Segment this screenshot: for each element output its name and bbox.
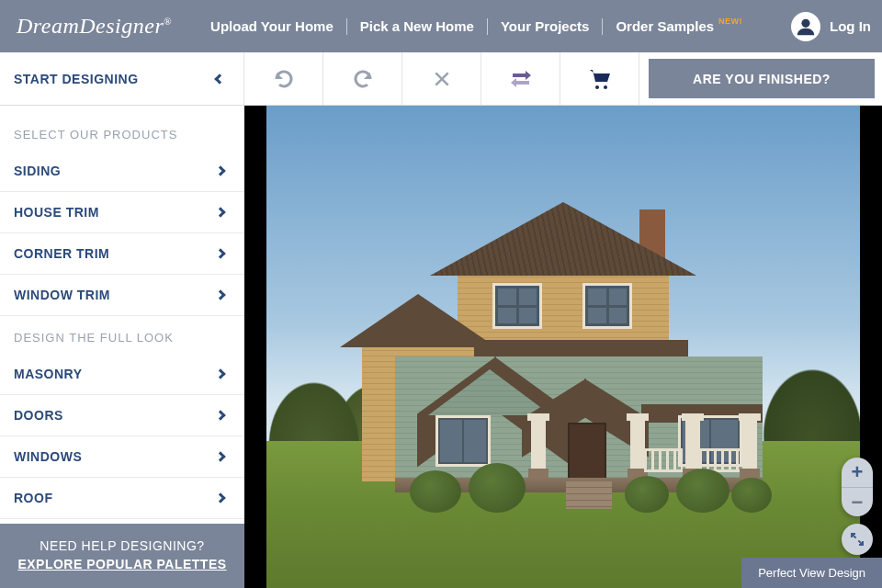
main-area: SELECT OUR PRODUCTS SIDING HOUSE TRIM CO… <box>0 106 882 588</box>
redo-button[interactable] <box>323 52 402 105</box>
chevron-right-icon <box>215 165 225 175</box>
account-area: Log In <box>791 12 871 41</box>
brand-logo[interactable]: DreamDesigner® <box>17 14 172 39</box>
sidebar-item-window-trim[interactable]: WINDOW TRIM <box>0 275 244 316</box>
svg-point-4 <box>604 85 607 89</box>
section-header-full-look: DESIGN THE FULL LOOK <box>0 316 244 354</box>
chevron-right-icon <box>215 492 225 503</box>
nav-your-projects[interactable]: Your Projects <box>488 0 602 52</box>
zoom-in-button[interactable]: + <box>842 458 873 487</box>
cart-button[interactable] <box>560 52 639 105</box>
expand-icon <box>850 532 865 547</box>
nav-order-samples-label: Order Samples <box>616 18 714 34</box>
house-rendering <box>266 106 860 588</box>
login-link[interactable]: Log In <box>830 18 871 34</box>
sidebar-item-house-trim[interactable]: HOUSE TRIM <box>0 192 244 233</box>
undo-button[interactable] <box>244 52 323 105</box>
svg-point-0 <box>801 18 809 27</box>
top-navigation: DreamDesigner® Upload Your Home Pick a N… <box>0 0 882 52</box>
sidebar-item-label: HOUSE TRIM <box>14 205 99 220</box>
zoom-controls: + − <box>842 458 873 516</box>
explore-palettes-link[interactable]: EXPLORE POPULAR PALETTES <box>0 557 244 571</box>
sidebar-item-label: WINDOW TRIM <box>14 288 110 302</box>
sidebar: SELECT OUR PRODUCTS SIDING HOUSE TRIM CO… <box>0 106 244 588</box>
chevron-left-icon <box>214 74 224 84</box>
nav-order-samples[interactable]: Order Samples NEW! <box>603 0 755 52</box>
nav-pick-home[interactable]: Pick a New Home <box>347 0 487 52</box>
undo-icon <box>273 68 295 90</box>
sidebar-item-siding[interactable]: SIDING <box>0 151 244 192</box>
action-toolbar: START DESIGNING ARE YOU FINISHED? <box>0 52 882 106</box>
chevron-right-icon <box>215 410 225 420</box>
finish-button[interactable]: ARE YOU FINISHED? <box>649 59 875 98</box>
design-canvas[interactable]: + − Perfect View Design <box>244 106 882 588</box>
perfect-view-button[interactable]: Perfect View Design <box>741 558 882 588</box>
start-designing-button[interactable]: START DESIGNING <box>0 52 244 105</box>
sidebar-item-label: MASONRY <box>14 367 83 381</box>
sidebar-item-roof[interactable]: ROOF <box>0 478 244 519</box>
avatar-icon[interactable] <box>791 12 820 41</box>
sidebar-item-label: SIDING <box>14 164 61 178</box>
sidebar-item-doors[interactable]: DOORS <box>0 395 244 436</box>
sidebar-item-label: ROOF <box>14 491 52 505</box>
new-badge: NEW! <box>718 17 742 26</box>
sidebar-item-masonry[interactable]: MASONRY <box>0 354 244 395</box>
redo-icon <box>352 68 374 90</box>
chevron-right-icon <box>215 289 225 300</box>
help-question: NEED HELP DESIGNING? <box>0 538 244 553</box>
chevron-right-icon <box>215 368 225 379</box>
swap-button[interactable] <box>481 52 560 105</box>
close-button[interactable] <box>402 52 481 105</box>
sidebar-item-corner-trim[interactable]: CORNER TRIM <box>0 233 244 275</box>
chevron-right-icon <box>215 451 225 461</box>
swap-icon <box>509 69 533 89</box>
fullscreen-button[interactable] <box>842 524 873 555</box>
start-designing-label: START DESIGNING <box>14 72 139 86</box>
nav-upload-home[interactable]: Upload Your Home <box>198 0 346 52</box>
sidebar-item-label: CORNER TRIM <box>14 246 109 261</box>
section-header-products: SELECT OUR PRODUCTS <box>0 106 244 151</box>
sidebar-item-windows[interactable]: WINDOWS <box>0 436 244 478</box>
chevron-right-icon <box>215 207 225 217</box>
svg-point-3 <box>595 85 599 89</box>
cart-icon <box>588 68 612 90</box>
sidebar-item-label: WINDOWS <box>14 449 82 464</box>
help-box: NEED HELP DESIGNING? EXPLORE POPULAR PAL… <box>0 524 244 588</box>
close-icon <box>433 70 451 88</box>
nav-links: Upload Your Home Pick a New Home Your Pr… <box>198 0 791 52</box>
chevron-right-icon <box>215 248 225 258</box>
zoom-out-button[interactable]: − <box>842 487 873 516</box>
sidebar-item-label: DOORS <box>14 408 63 423</box>
